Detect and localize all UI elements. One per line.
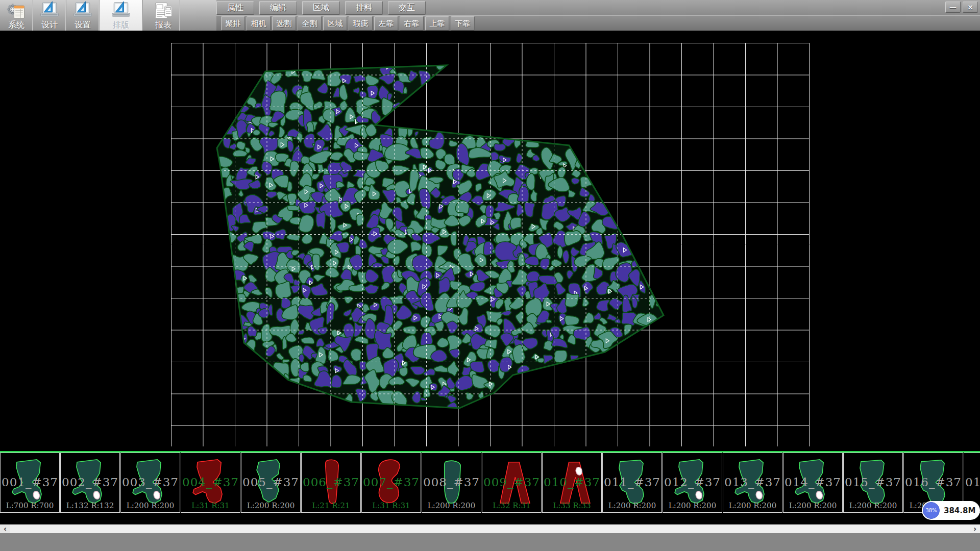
part-lr-count: L:200 R:200 <box>723 501 782 510</box>
progress-percent-badge: 38% <box>923 502 940 519</box>
settings-icon <box>71 1 94 21</box>
part-thumbnail-12[interactable]: 012_#37L:200 R:200 <box>663 453 722 513</box>
part-thumbnail-10[interactable]: 010_#37L:33 R:33 <box>542 453 602 513</box>
minimize-button[interactable]: — <box>945 2 961 13</box>
part-id: 013_#37 <box>723 475 782 489</box>
menu-strip: 属性编辑区域排料交互 <box>216 1 426 15</box>
part-lr-count: L:200 R:200 <box>663 501 722 510</box>
part-id: 001_#37 <box>1 475 59 489</box>
part-lr-count: L:32 R:31 <box>482 501 541 510</box>
header: 属性编辑区域排料交互 — × 聚排相机选割全割区域瑕疵左靠右靠上靠下靠 系统 设… <box>0 0 980 31</box>
part-lr-count: L:31 R:31 <box>181 501 240 510</box>
status-bar <box>0 533 980 551</box>
tool-strip: 聚排相机选割全割区域瑕疵左靠右靠上靠下靠 <box>221 16 475 31</box>
menu-item-4[interactable]: 排料 <box>345 1 383 15</box>
app-tab-label: 系统 <box>8 21 24 29</box>
part-thumbnail-15[interactable]: 015_#37L:200 R:200 <box>843 453 903 513</box>
tool-button-10[interactable]: 下靠 <box>451 16 475 31</box>
report-icon <box>152 1 175 21</box>
part-lr-count: L:132 R:132 <box>61 501 119 510</box>
part-thumbnail-9[interactable]: 009_#37L:32 R:31 <box>482 453 542 513</box>
app-tab-3[interactable]: 设置 <box>66 0 100 31</box>
part-id: 014_#37 <box>783 475 842 489</box>
tool-button-9[interactable]: 上靠 <box>425 16 449 31</box>
close-button[interactable]: × <box>963 2 978 13</box>
app-tab-label: 设置 <box>75 21 91 29</box>
part-lr-count: L:700 R:700 <box>1 501 59 510</box>
part-id: 016_#37 <box>904 475 963 489</box>
part-lr-count: L:200 R:200 <box>121 501 180 510</box>
part-id: 012_#37 <box>663 475 722 489</box>
horizontal-scrollbar[interactable]: ‹ › <box>0 524 980 533</box>
app-tab-label: 报表 <box>155 21 172 29</box>
menu-item-5[interactable]: 交互 <box>388 1 426 15</box>
app-tab-4[interactable]: 排版 <box>100 0 143 31</box>
app-tab-strip: 系统 设计 设置 排版 报表 <box>0 0 216 31</box>
part-thumbnail-3[interactable]: 003_#37L:200 R:200 <box>120 453 180 513</box>
part-id: 006_#37 <box>302 475 360 489</box>
part-lr-count: L:31 R:31 <box>362 501 421 510</box>
part-id: 003_#37 <box>121 475 180 489</box>
part-lr-count: L:200 R:200 <box>241 501 300 510</box>
progress-value: 384.8M <box>944 506 975 515</box>
parts-thumbnail-strip: 001_#37L:700 R:700 002_#37L:132 R:132 00… <box>0 451 980 516</box>
part-id: 009_#37 <box>482 475 541 489</box>
app-tab-5[interactable]: 报表 <box>147 0 180 31</box>
progress-pill: 38% 384.8M <box>922 501 980 520</box>
app-tab-1[interactable]: 系统 <box>0 0 33 31</box>
tool-button-2[interactable]: 相机 <box>247 16 271 31</box>
part-thumbnail-11[interactable]: 011_#37L:200 R:200 <box>602 453 662 513</box>
part-id: 008_#37 <box>422 475 481 489</box>
part-id: 004_#37 <box>181 475 240 489</box>
window-controls: — × <box>945 2 978 13</box>
design-icon <box>38 1 61 21</box>
scroll-left-icon[interactable]: ‹ <box>0 524 10 533</box>
menu-item-1[interactable]: 属性 <box>216 1 254 15</box>
part-thumbnail-2[interactable]: 002_#37L:132 R:132 <box>60 453 120 513</box>
part-lr-count: L:33 R:33 <box>543 501 601 510</box>
tool-button-5[interactable]: 区域 <box>323 16 347 31</box>
tool-button-4[interactable]: 全割 <box>298 16 322 31</box>
tool-button-3[interactable]: 选割 <box>272 16 296 31</box>
menu-item-2[interactable]: 编辑 <box>259 1 297 15</box>
part-thumbnail-5[interactable]: 005_#37L:200 R:200 <box>241 453 301 513</box>
part-id: 015_#37 <box>844 475 902 489</box>
app-tab-2[interactable]: 设计 <box>33 0 66 31</box>
app-tab-label: 设计 <box>41 21 58 29</box>
menu-item-3[interactable]: 区域 <box>302 1 340 15</box>
part-id: 002_#37 <box>61 475 119 489</box>
nesting-canvas[interactable] <box>0 31 980 451</box>
part-id: 017_#37 <box>964 475 980 489</box>
part-id: 011_#37 <box>603 475 662 489</box>
tool-button-7[interactable]: 左靠 <box>374 16 398 31</box>
part-thumbnail-4[interactable]: 004_#37L:31 R:31 <box>181 453 240 513</box>
part-id: 005_#37 <box>241 475 300 489</box>
part-lr-count: L:200 R:200 <box>603 501 662 510</box>
part-thumbnail-14[interactable]: 014_#37L:200 R:200 <box>783 453 843 513</box>
part-thumbnail-7[interactable]: 007_#37L:31 R:31 <box>361 453 421 513</box>
app-tab-label: 排版 <box>113 21 129 29</box>
part-thumbnail-6[interactable]: 006_#37L:21 R:21 <box>301 453 361 513</box>
scroll-right-icon[interactable]: › <box>970 524 980 533</box>
part-thumbnail-1[interactable]: 001_#37L:700 R:700 <box>0 453 60 513</box>
part-lr-count: L:200 R:200 <box>783 501 842 510</box>
nesting-icon <box>110 1 132 21</box>
tool-button-8[interactable]: 右靠 <box>400 16 424 31</box>
part-id: 010_#37 <box>543 475 601 489</box>
strip-gap <box>0 514 980 524</box>
part-lr-count: L:200 R:200 <box>844 501 902 510</box>
part-lr-count: L:200 R:200 <box>422 501 481 510</box>
tool-button-1[interactable]: 聚排 <box>221 16 245 31</box>
part-thumbnail-13[interactable]: 013_#37L:200 R:200 <box>723 453 782 513</box>
system-icon <box>5 1 28 21</box>
tool-button-6[interactable]: 瑕疵 <box>349 16 373 31</box>
part-thumbnail-8[interactable]: 008_#37L:200 R:200 <box>422 453 481 513</box>
part-lr-count: L:21 R:21 <box>302 501 360 510</box>
part-id: 007_#37 <box>362 475 421 489</box>
